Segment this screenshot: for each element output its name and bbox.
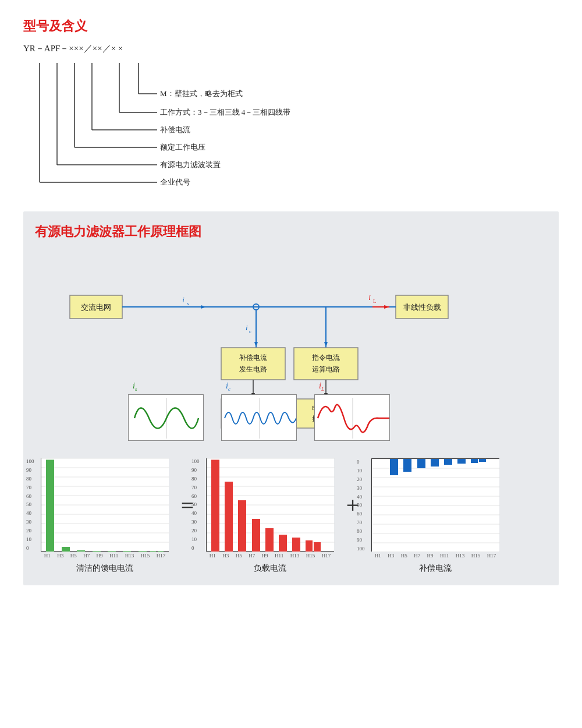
chart-clean-container: 100 90 80 70 60 50 40 30 20 10 0 [41,458,169,574]
bar-clean-h5 [77,550,85,552]
waveform-ic-box [221,394,297,441]
bar-load-h17 [314,542,321,552]
chart-comp-x-labels: H1 H3 H5 H7 H9 H11 H13 H15 H17 [371,553,499,559]
bar-comp-h9 [431,459,439,467]
model-title: 型号及含义 [23,17,559,35]
ic-wave-path [225,412,296,424]
label-company: 企业代号 [160,178,190,186]
ic-arrow [254,342,258,348]
waveform-row: is ic [128,394,390,441]
bar-comp-h7 [417,459,425,468]
waveform-is-box [128,394,204,441]
is-wave-svg [129,395,204,441]
model-diagram: M：壁挂式，略去为柜式 工作方式：3－三相三线 4－三相四线带 补偿电流 额定工… [29,60,559,194]
bar-load-h1 [211,460,219,552]
bar-comp-h15 [471,459,478,463]
bar-comp-h3 [390,459,398,475]
comp-circuit-line1: 补偿电流 [239,354,267,362]
chart-clean-grid [41,458,169,552]
bar-comp-h17 [479,459,486,462]
chart-comp-grid [372,459,500,552]
equals-symbol: ＝ [169,490,206,519]
is-label: i [182,295,184,304]
chart-comp-wrap: 0 10 20 30 40 50 60 70 80 90 100 [371,458,499,552]
ic-wave-svg [222,395,297,441]
bar-load-h5 [238,500,246,552]
page: 型号及含义 YR－APF－×××／××／× × [0,0,582,614]
bar-clean-h17 [158,551,164,552]
il-wave-svg [315,395,390,441]
chart-comp-y-labels: 0 10 20 30 40 50 60 70 80 90 100 [357,459,365,552]
chart-load-grid [207,458,335,552]
il-subscript: L [373,298,377,304]
chart-load-x-labels: H1 H3 H5 H7 H9 H11 H13 H15 H17 [206,553,334,559]
il-wave-path [318,405,389,433]
chart-clean-title: 清洁的馈电电流 [76,563,133,574]
chart-comp-title: 补偿电流 [419,563,452,574]
ic-wave-label: ic [226,381,230,392]
chart-load-container: 100 90 80 70 60 50 40 30 20 10 0 [206,458,334,574]
bar-load-h3 [225,482,233,552]
bar-clean-h15 [150,551,156,552]
charts-row: 100 90 80 70 60 50 40 30 20 10 0 [35,458,547,574]
comp-circuit-box [221,348,285,380]
chart-clean-y-labels: 100 90 80 70 60 50 40 30 20 10 0 [26,458,34,551]
label-m: M：壁挂式，略去为柜式 [160,89,243,98]
bar-clean-h3 [62,547,70,552]
block-section: 有源电力滤波器工作原理框图 交流电网 非线性负载 i s i [23,211,559,585]
label-work-mode: 工作方式：3－三相三线 4－三相四线带 [160,108,290,116]
bar-load-h11 [279,535,287,552]
chart-load-title: 负载电流 [254,563,286,574]
cmd-circuit-box [294,348,358,380]
bar-load-h9 [265,528,274,552]
chart-load-y-labels: 100 90 80 70 60 50 40 30 20 10 0 [191,458,200,551]
model-formula: YR－APF－×××／××／× × [23,43,559,54]
waveform-ic-container: ic [221,394,297,441]
bar-clean-h11 [123,551,131,552]
chart-clean-wrap: 100 90 80 70 60 50 40 30 20 10 0 [41,458,169,552]
bar-clean-h9 [108,551,116,552]
command-arrow [324,342,328,348]
model-tree-svg: M：壁挂式，略去为柜式 工作方式：3－三相三线 4－三相四线带 补偿电流 额定工… [29,60,436,194]
label-compensation: 补偿电流 [160,125,190,134]
il-label: i [368,293,371,302]
ac-grid-label: 交流电网 [81,303,111,312]
label-apf: 有源电力滤波装置 [160,160,221,169]
block-title: 有源电力滤波器工作原理框图 [35,223,547,241]
cmd-circuit-line1: 指令电流 [311,354,340,362]
il-wave-label: iL [319,381,324,392]
bar-clean-h13 [139,551,147,552]
ic-label: i [246,323,248,332]
bar-clean-h7 [93,551,101,552]
waveform-il-box [314,394,390,441]
nonlinear-label: 非线性负载 [403,303,441,312]
bar-load-h7 [252,519,260,552]
label-voltage: 额定工作电压 [160,143,205,151]
chart-comp-container: 0 10 20 30 40 50 60 70 80 90 100 [371,458,499,574]
bar-load-h13 [292,538,300,552]
comp-circuit-line2: 发生电路 [239,365,267,373]
bar-comp-h13 [457,459,466,464]
bar-clean-h1 [46,460,54,552]
is-wave-label: is [133,381,137,392]
plus-symbol: ＋ [334,490,371,519]
model-section: 型号及含义 YR－APF－×××／××／× × [23,17,559,194]
block-diagram-container: 交流电网 非线性负载 i s i L [35,249,547,447]
bar-comp-h11 [444,459,452,465]
ic-subscript: c [249,328,251,334]
waveform-is-container: is [128,394,204,441]
bar-load-h15 [306,540,313,552]
bar-comp-h5 [403,459,411,472]
is-subscript: s [187,301,189,306]
chart-clean-x-labels: H1 H3 H5 H7 H9 H11 H13 H15 H17 [41,553,169,559]
chart-load-wrap: 100 90 80 70 60 50 40 30 20 10 0 [206,458,334,552]
cmd-circuit-line2: 运算电路 [312,365,340,373]
waveform-il-container: iL [314,394,390,441]
